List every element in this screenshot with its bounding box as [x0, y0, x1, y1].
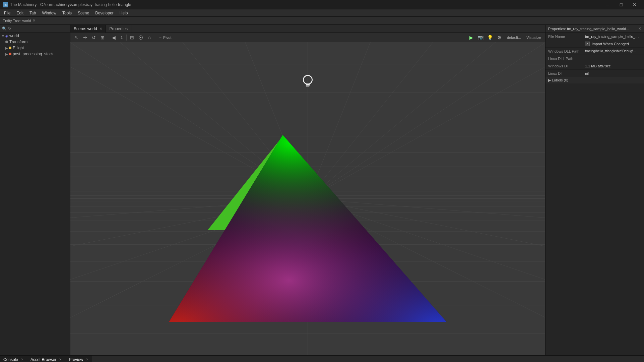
play-button[interactable]: ▶ [467, 34, 475, 41]
toolbar-separator3 [155, 35, 155, 41]
prop-row-import: ✓ Import When Changed [545, 40, 644, 48]
select-tool-button[interactable]: ↖ [72, 34, 80, 41]
entity-tree-header: 🔍 ↻ [0, 25, 70, 33]
tree-label-transform: Transform [9, 40, 27, 44]
prop-row-win-path: Windows DLL Path tracing\hello_triangle\… [545, 48, 644, 55]
tab-preview-close[interactable]: ✕ [86, 358, 88, 361]
properties-content: File Name tm_ray_tracing_sample_hello_wo… [545, 33, 644, 83]
tab-close-icon[interactable]: ✕ [100, 27, 102, 31]
menu-file[interactable]: File [1, 10, 13, 16]
properties-title: Properties: tm_ray_tracing_sample_hello_… [548, 27, 629, 31]
maximize-button[interactable]: □ [615, 0, 628, 9]
close-button[interactable]: ✕ [628, 0, 641, 9]
prop-value-win-path: tracing\hello_triangle\bin\Debug\... [585, 49, 641, 53]
scene-viewport[interactable] [70, 42, 545, 355]
snap-button[interactable]: ⦿ [137, 34, 145, 41]
entitybar: Entity Tree: world ✕ [0, 17, 644, 25]
search-icon: 🔍 [2, 26, 7, 31]
menu-scene[interactable]: Scene [75, 10, 92, 16]
prop-label-filename: File Name [548, 35, 585, 39]
prop-label-win-path: Windows DLL Path [548, 49, 585, 53]
center-area: Scene: world ✕ Properties ↖ ✛ ↺ ⊞ ◀ 1 ⊞ … [70, 25, 545, 355]
tab-preview-label: Preview [69, 357, 83, 362]
prop-label-win-dll: Windows Dll [548, 64, 585, 68]
prop-label-linux-dll: Linux Dll [548, 71, 585, 75]
refresh-icon: ↻ [8, 26, 11, 31]
tab-properties-label: Properties [109, 26, 128, 31]
light-dot-icon [9, 47, 11, 49]
entitybar-close[interactable]: ✕ [33, 18, 36, 23]
menu-window[interactable]: Window [39, 10, 59, 16]
bottom-area: Console ✕ Asset Browser ✕ Preview ✕ The … [0, 355, 644, 362]
import-checkbox[interactable]: ✓ [585, 42, 590, 46]
chevron-down-icon: ▼ [1, 34, 5, 38]
prop-value-win-dll: 1.1 MB afd79cc [585, 64, 641, 68]
chevron-right-icon: ▶ [5, 46, 8, 50]
app-title: The Machinery - C:\ourmachinery\samples\… [10, 2, 131, 7]
transform-dot-icon [5, 41, 8, 43]
menu-tab[interactable]: Tab [27, 10, 39, 16]
tree-label-light: E light [13, 46, 24, 50]
menu-tools[interactable]: Tools [60, 10, 74, 16]
num-button[interactable]: 1 [118, 34, 125, 41]
tree-label-world: world [9, 34, 19, 38]
prop-value-linux-dll: nil [585, 71, 641, 75]
tab-console-close[interactable]: ✕ [21, 358, 23, 361]
camera-button[interactable]: 📷 [477, 34, 485, 41]
tree-item-world[interactable]: ▼ ◈ world [0, 33, 70, 39]
menu-edit[interactable]: Edit [14, 10, 26, 16]
tab-scene-world[interactable]: Scene: world ✕ [70, 25, 106, 33]
bottom-tabs: Console ✕ Asset Browser ✕ Preview ✕ [0, 356, 644, 362]
pivot-label[interactable]: → Pivot [156, 36, 174, 40]
menu-developer[interactable]: Developer [92, 10, 116, 16]
tab-properties[interactable]: Properties [106, 25, 131, 33]
prop-row-linux-dll: Linux Dll nil [545, 70, 644, 77]
home-button[interactable]: ⌂ [145, 34, 153, 41]
tab-asset-close[interactable]: ✕ [59, 358, 62, 361]
minimize-button[interactable]: ─ [601, 0, 615, 9]
prev-button[interactable]: ◀ [110, 34, 118, 41]
properties-panel-header: Properties: tm_ray_tracing_sample_hello_… [545, 25, 644, 33]
viewport-toolbar: ↖ ✛ ↺ ⊞ ◀ 1 ⊞ ⦿ ⌂ → Pivot ▶ 📷 💡 ⚙ defaul… [70, 33, 545, 42]
rotate-tool-button[interactable]: ↺ [90, 34, 98, 41]
tree-item-post-processing[interactable]: ▶ post_processing_stack [0, 51, 70, 57]
prop-value-import: Import When Changed [592, 42, 641, 46]
tab-asset-browser[interactable]: Asset Browser ✕ [27, 356, 65, 362]
scale-tool-button[interactable]: ⊞ [99, 34, 107, 41]
tab-console[interactable]: Console ✕ [0, 356, 27, 362]
toolbar-separator [108, 35, 108, 41]
grid-button[interactable]: ⊞ [128, 34, 136, 41]
prop-row-linux-path: Linux DLL Path [545, 55, 644, 62]
prop-row-win-dll: Windows Dll 1.1 MB afd79cc [545, 62, 644, 70]
menubar: File Edit Tab Window Tools Scene Develop… [0, 9, 644, 17]
tabs-bar: Scene: world ✕ Properties [70, 25, 545, 33]
prop-section-labels[interactable]: ▶ Labels (0) [545, 77, 644, 83]
tab-asset-browser-label: Asset Browser [30, 357, 56, 362]
default-label[interactable]: default... [505, 36, 523, 40]
entitybar-label: Entity Tree: world [3, 19, 31, 23]
prop-row-filename: File Name tm_ray_tracing_sample_hello_wo… [545, 33, 644, 40]
toolbar-right: ▶ 📷 💡 ⚙ default... Visualize [467, 34, 543, 41]
titlebar: TM The Machinery - C:\ourmachinery\sampl… [0, 0, 644, 9]
viewport-grid [70, 42, 545, 355]
settings-button[interactable]: ⚙ [496, 34, 504, 41]
tab-console-label: Console [3, 357, 18, 362]
menu-help[interactable]: Help [117, 10, 131, 16]
chevron-right-icon2: ▶ [5, 52, 8, 56]
toolbar-separator2 [126, 35, 127, 41]
main-layout: 🔍 ↻ ▼ ◈ world Transform ▶ E light [0, 25, 644, 355]
tree-item-light[interactable]: ▶ E light [0, 45, 70, 51]
properties-close-icon[interactable]: ✕ [638, 26, 641, 31]
labels-section-label: ▶ Labels (0) [548, 78, 568, 82]
tab-scene-label: Scene: world [74, 26, 97, 31]
prop-label-linux-path: Linux DLL Path [548, 57, 585, 61]
prop-value-filename: tm_ray_tracing_sample_hello_wo... [585, 35, 641, 39]
tree-item-transform[interactable]: Transform [0, 39, 70, 45]
move-tool-button[interactable]: ✛ [81, 34, 89, 41]
visualize-label[interactable]: Visualize [524, 36, 543, 40]
light2-button[interactable]: 💡 [486, 34, 494, 41]
entity-tree-list: ▼ ◈ world Transform ▶ E light ▶ post_pro… [0, 33, 70, 355]
tab-preview[interactable]: Preview ✕ [65, 356, 92, 362]
properties-panel: Properties: tm_ray_tracing_sample_hello_… [545, 25, 644, 355]
titlebar-left: TM The Machinery - C:\ourmachinery\sampl… [3, 2, 131, 7]
